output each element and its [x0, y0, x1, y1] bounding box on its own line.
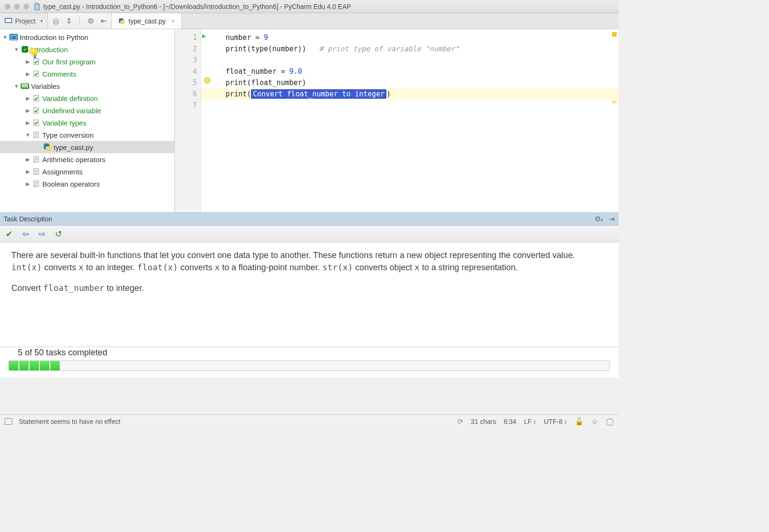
tree-label: Our first program	[42, 58, 95, 66]
expand-toggle[interactable]: ▶	[24, 108, 31, 114]
zoom-window-button[interactable]	[24, 4, 29, 9]
tree-item-variable-definition[interactable]: ▶ Variable definition	[0, 92, 174, 104]
tree-section-variables[interactable]: ▼ Variables	[0, 80, 174, 92]
expand-toggle[interactable]: ▶	[24, 59, 31, 65]
progress-segment	[50, 361, 60, 370]
hint-icon[interactable]: 💡	[29, 48, 36, 55]
code-editor[interactable]: 1 2 3 4 5 6 7 ▶ number = 9 print(type(nu…	[175, 29, 619, 212]
svg-rect-22	[35, 185, 37, 186]
code-comment: # print type of variable "number"	[319, 45, 459, 53]
python-file-icon	[43, 144, 52, 150]
expand-toggle[interactable]: ▶	[24, 156, 31, 163]
gear-icon[interactable]: ⚙	[87, 16, 94, 25]
tree-item-type-conversion[interactable]: ▼ Type conversion	[0, 129, 174, 141]
expand-toggle[interactable]: ▼	[13, 47, 20, 52]
caret-position[interactable]: 6:34	[503, 418, 516, 425]
task-complete-icon	[32, 119, 40, 126]
progress-segment	[30, 361, 39, 370]
main-toolbar: Project ▾ ◎ ⇕ ⚙ ⇤ type_cast.py ×	[0, 13, 619, 29]
expand-toggle[interactable]: ▶	[24, 71, 31, 77]
lock-icon[interactable]: 🔓	[575, 417, 584, 426]
tree-label: Arithmetic operators	[42, 156, 105, 164]
line-number: 4	[175, 66, 197, 77]
tree-label: Variables	[31, 82, 60, 90]
close-window-button[interactable]	[5, 4, 10, 9]
file-encoding[interactable]: UTF-8⇕	[544, 418, 567, 425]
sync-icon[interactable]: ⟳	[457, 417, 463, 426]
expand-toggle[interactable]: ▶	[24, 169, 31, 175]
expand-toggle[interactable]: ▶	[24, 181, 31, 187]
tree-item-assignments[interactable]: ▶ Assignments	[0, 165, 174, 178]
tree-label: Undefined variable	[42, 107, 101, 115]
previous-task-icon[interactable]: ⇦	[22, 229, 29, 239]
svg-rect-14	[35, 161, 37, 161]
tree-section-introduction[interactable]: ▼ ✓ Introduction	[0, 43, 174, 55]
line-separator[interactable]: LF⇕	[524, 418, 536, 425]
separator	[79, 16, 80, 26]
lesson-icon	[21, 83, 29, 89]
tree-item-variable-types[interactable]: ▶ Variable types	[0, 117, 174, 129]
inline-code: x	[415, 262, 420, 272]
expand-toggle[interactable]: ▶	[24, 95, 31, 102]
tree-root[interactable]: ▼ Introduction to Python	[0, 31, 174, 43]
tree-item-comments[interactable]: ▶ Comments	[0, 68, 174, 80]
close-tab-icon[interactable]: ×	[171, 17, 175, 24]
status-bar: Statement seems to have no effect ⟳ 31 c…	[0, 415, 619, 428]
collapse-all-icon[interactable]: ⇕	[66, 16, 72, 25]
inspector-icon[interactable]: ☺	[591, 417, 598, 425]
hide-panel-icon[interactable]: ⇥	[609, 215, 615, 223]
svg-rect-3	[34, 71, 39, 77]
progress-text: 5 of 50 tasks completed	[18, 348, 610, 358]
progress-segment	[9, 361, 18, 370]
code-area[interactable]: number = 9 print(type(number)) # print t…	[201, 29, 619, 212]
tree-item-arithmetic[interactable]: ▶ Arithmetic operators	[0, 153, 174, 165]
hide-icon[interactable]: ⇤	[101, 16, 107, 25]
status-message: Statement seems to have no effect	[19, 418, 120, 425]
minimize-window-button[interactable]	[14, 4, 20, 9]
code-number: 9	[264, 33, 268, 42]
course-icon	[9, 34, 18, 40]
code-text: print	[226, 45, 247, 53]
svg-rect-16	[35, 170, 38, 171]
warning-marker[interactable]	[612, 32, 617, 37]
warning-marker[interactable]	[612, 101, 617, 103]
task-description-title: Task Description	[4, 215, 52, 223]
next-task-icon[interactable]: ⇨	[39, 229, 46, 239]
expand-toggle[interactable]: ▶	[24, 120, 31, 126]
expand-toggle[interactable]: ▼	[24, 132, 31, 138]
expand-toggle[interactable]: ▼	[2, 34, 8, 40]
tree-label: Variable types	[42, 119, 86, 127]
project-tree[interactable]: ▼ Introduction to Python ▼ ✓ Introductio…	[0, 29, 175, 212]
task-paragraph: There are several built-in functions tha…	[11, 249, 607, 274]
svg-rect-13	[35, 159, 38, 160]
task-paragraph: Convert float_number to integer.	[11, 282, 607, 294]
locate-icon[interactable]: ◎	[53, 16, 59, 25]
expand-toggle[interactable]: ▼	[13, 83, 20, 89]
check-task-icon[interactable]: ✔	[6, 229, 13, 239]
python-file-icon	[118, 18, 125, 24]
svg-rect-20	[35, 182, 38, 183]
tree-file-type-cast[interactable]: type_cast.py	[0, 141, 174, 153]
code-text: print	[226, 78, 247, 87]
task-complete-icon	[32, 107, 40, 114]
gear-icon[interactable]: ⚙▾	[595, 215, 603, 223]
tree-label: Introduction to Python	[20, 33, 88, 41]
editor-tabs: type_cast.py ×	[112, 13, 619, 29]
task-icon	[32, 168, 40, 175]
tree-item-boolean[interactable]: ▶ Boolean operators	[0, 178, 174, 190]
tree-item-first-program[interactable]: ▶ Our first program	[0, 55, 174, 68]
tree-item-undefined-variable[interactable]: ▶ Undefined variable	[0, 104, 174, 117]
svg-rect-1	[6, 19, 11, 22]
svg-rect-10	[35, 136, 37, 137]
answer-placeholder[interactable]: Convert float_number to integer	[251, 89, 386, 99]
svg-rect-6	[34, 120, 39, 125]
editor-tab-type-cast[interactable]: type_cast.py ×	[112, 13, 182, 29]
tool-windows-icon[interactable]	[5, 418, 12, 425]
project-label: Project	[15, 17, 36, 25]
reset-task-icon[interactable]: ↺	[55, 229, 62, 239]
task-description-body: There are several built-in functions tha…	[0, 243, 619, 346]
progress-segment	[19, 361, 29, 370]
feedback-icon[interactable]: ◯	[606, 417, 614, 426]
code-text: number =	[226, 33, 264, 42]
project-tool-window-button[interactable]: Project ▾	[0, 13, 48, 29]
